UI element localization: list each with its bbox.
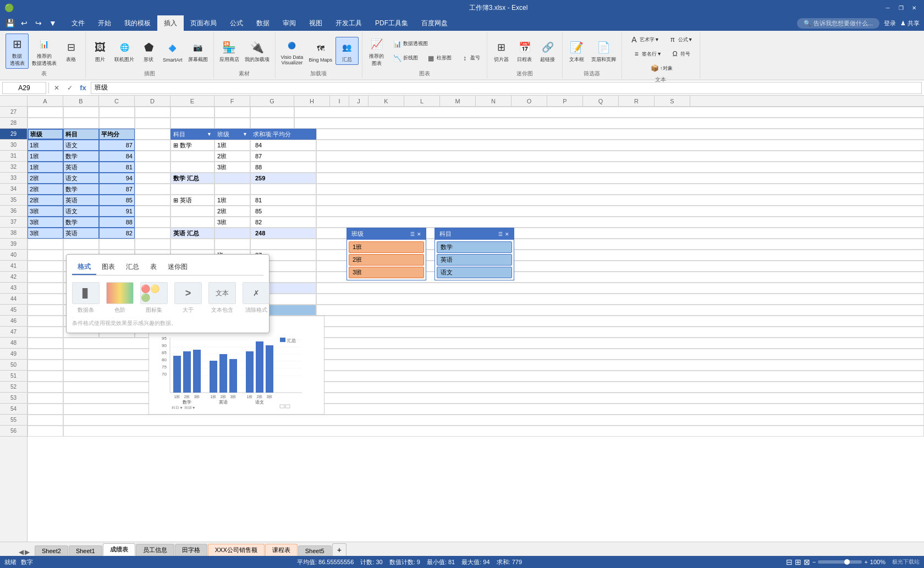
slicer-multiselect-icon[interactable]: ☰ (410, 231, 415, 237)
cell-b36[interactable]: 语文 (63, 206, 99, 217)
cell-d29[interactable] (135, 129, 170, 140)
cell-rest55[interactable] (63, 415, 924, 426)
pivot-chart-button[interactable]: 📊 数据透视图 (389, 37, 431, 51)
cell-d39[interactable] (135, 239, 170, 250)
visio-button[interactable]: 🔵 Visio DataVisualizer (279, 36, 306, 67)
cell-a55[interactable] (28, 415, 63, 426)
col-header-o[interactable]: O (512, 96, 547, 106)
tab-baidu[interactable]: 百度网盘 (415, 15, 454, 31)
cell-a53[interactable] (28, 393, 63, 404)
hyperlink-button[interactable]: 🔗 超链接 (537, 37, 559, 64)
slicer-button[interactable]: ⊞ 切片器 (491, 37, 513, 64)
cell-rest28[interactable] (294, 118, 924, 129)
col-header-q[interactable]: Q (583, 96, 619, 106)
row-header-43[interactable]: 43 (0, 283, 27, 294)
cell-a54[interactable] (28, 404, 63, 415)
popup-tab-chart[interactable]: 图表 (96, 260, 120, 275)
cell-d30[interactable] (135, 140, 170, 151)
pivot-filter-icon[interactable]: ▼ (207, 131, 212, 137)
zoom-slider[interactable] (818, 560, 862, 564)
pivot-e39[interactable] (170, 239, 215, 250)
people-graph-button[interactable]: 👥 汇总 (336, 37, 359, 65)
slicer-item-english[interactable]: 英语 (437, 254, 512, 266)
col-header-g[interactable]: G (250, 96, 294, 106)
cell-b27[interactable] (63, 107, 99, 118)
pivot-f30[interactable]: 1班 (215, 140, 250, 151)
sheet-tab-yuangong[interactable]: 员工信息 (136, 544, 174, 556)
slicer-subject-multiselect[interactable]: ☰ (498, 231, 503, 237)
tab-mytemplate[interactable]: 我的模板 (118, 15, 157, 31)
cell-d38[interactable] (135, 228, 170, 239)
row-header-30[interactable]: 30 (0, 140, 27, 151)
view-normal[interactable]: ⊟ (786, 558, 793, 566)
pivot-header-g29[interactable]: 求和项:平均分 (250, 129, 316, 140)
cell-c32[interactable]: 81 (99, 162, 135, 173)
sheet-tab-sheet1[interactable]: Sheet1 (69, 545, 102, 556)
pivot-f38[interactable] (215, 228, 250, 239)
cell-c27[interactable] (99, 107, 135, 118)
slicer-item-chinese[interactable]: 语文 (437, 267, 512, 278)
row-header-32[interactable]: 32 (0, 162, 27, 173)
cell-reference[interactable] (2, 82, 46, 94)
cell-rest33[interactable] (316, 173, 924, 184)
cell-a43[interactable] (28, 283, 63, 294)
col-header-n[interactable]: N (476, 96, 512, 106)
pivot-table-button[interactable]: ⊞ 数据透视表 (6, 34, 29, 69)
row-header-46[interactable]: 46 (0, 316, 27, 327)
cell-rest43[interactable] (316, 283, 924, 294)
insert-function-button[interactable]: fx (78, 82, 89, 93)
pivot-f33[interactable] (215, 173, 250, 184)
format-icon-databar[interactable]: ▊ 数据条 (72, 282, 100, 314)
cell-c39[interactable] (99, 239, 135, 250)
col-header-l[interactable]: L (404, 96, 440, 106)
shape-button[interactable]: ⬟ 形状 (138, 37, 160, 64)
cancel-formula-button[interactable]: ✕ (51, 82, 62, 93)
bing-maps-button[interactable]: 🗺 Bing Maps (306, 38, 334, 64)
pivot-g36[interactable]: 85 (250, 206, 316, 217)
slicer-subject[interactable]: 科目 ☰ ✕ 数学 英语 语文 (435, 228, 514, 280)
cell-a47[interactable] (28, 327, 63, 338)
row-header-42[interactable]: 42 (0, 272, 27, 283)
cell-b29[interactable]: 科目 (63, 129, 99, 140)
view-pagelayout[interactable]: ⊠ (804, 558, 810, 566)
pivot-g30[interactable]: 84 (250, 140, 316, 151)
smartart-button[interactable]: 🔷 SmartArt (161, 38, 185, 64)
cell-b31[interactable]: 数学 (63, 151, 99, 162)
tab-formula[interactable]: 公式 (223, 15, 250, 31)
tab-developer[interactable]: 开发工具 (329, 15, 369, 31)
timeline-button[interactable]: 📅 日程表 (514, 37, 536, 64)
cell-rest56[interactable] (63, 426, 924, 437)
cell-a48[interactable] (28, 338, 63, 349)
sheet-tab-kechengbiao[interactable]: 课程表 (265, 544, 298, 556)
bar-chart-button[interactable]: ▦ 柱形图 (422, 52, 455, 65)
row-header-41[interactable]: 41 (0, 261, 27, 272)
cell-d27[interactable] (135, 107, 170, 118)
sheet-tab-sheet5[interactable]: Sheet5 (298, 545, 332, 556)
sheet-scroll-right[interactable]: ▶ (25, 548, 30, 556)
textbox-button[interactable]: 📝 文本框 (566, 37, 588, 64)
cell-a28[interactable] (28, 118, 63, 129)
sheet-tab-chengji[interactable]: 成绩表 (103, 543, 135, 556)
row-header-54[interactable]: 54 (0, 404, 27, 415)
cell-a38[interactable]: 3班 (28, 228, 63, 239)
pivot-e30[interactable]: ⊞ 数学 (170, 140, 215, 151)
cell-a32[interactable]: 1班 (28, 162, 63, 173)
row-header-34[interactable]: 34 (0, 184, 27, 195)
pnl-chart-button[interactable]: ↕ 盈亏 (456, 52, 483, 65)
cell-c28[interactable] (99, 118, 135, 129)
cell-a49[interactable] (28, 349, 63, 360)
cell-a44[interactable] (28, 294, 63, 305)
zoom-level[interactable]: 100% (870, 559, 886, 565)
col-header-p[interactable]: P (547, 96, 583, 106)
col-header-j[interactable]: J (349, 96, 369, 106)
cell-c38[interactable]: 82 (99, 228, 135, 239)
cell-a36[interactable]: 3班 (28, 206, 63, 217)
cell-b30[interactable]: 语文 (63, 140, 99, 151)
online-picture-button[interactable]: 🌐 联机图片 (112, 37, 136, 64)
search-placeholder[interactable]: 告诉我您想要做什么... (813, 19, 873, 27)
cell-g28[interactable] (250, 118, 294, 129)
cell-a27[interactable] (28, 107, 63, 118)
pivot-g35[interactable]: 81 (250, 195, 316, 206)
recommend-chart-button[interactable]: 📈 推荐的图表 (366, 34, 388, 68)
cell-a34[interactable]: 2班 (28, 184, 63, 195)
